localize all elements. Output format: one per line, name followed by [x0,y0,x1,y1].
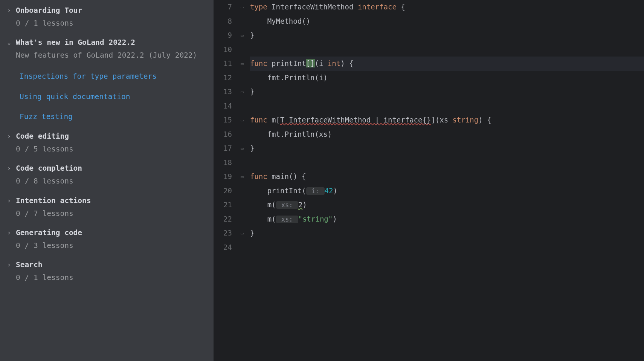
chevron-right-icon[interactable]: › [6,163,12,174]
chevron-right-icon[interactable]: › [6,260,12,270]
code-line[interactable] [250,43,644,57]
lesson-section[interactable]: ›Search0 / 1 lessons [6,260,208,283]
section-subtitle: New features of GoLand 2022.2 (July 2022… [16,49,208,61]
token-func-name: main [272,172,289,180]
line-number[interactable]: 15 [223,113,232,127]
token-type-name: InterfaceWithMethod [272,3,358,11]
lesson-section[interactable]: ›Generating code0 / 3 lessons [6,228,208,251]
token-ident: ](xs [431,116,452,124]
chevron-right-icon[interactable]: › [6,5,12,16]
token-kw: func [250,172,272,180]
line-number[interactable]: 12 [223,71,232,85]
section-title: What's new in GoLand 2022.2 [16,37,208,48]
section-subtitle: 0 / 1 lessons [16,17,208,29]
code-line[interactable]: MyMethod() [250,14,644,29]
line-number[interactable]: 16 [223,127,232,142]
fold-open-icon[interactable]: ▭ [240,170,245,184]
fold-open-icon[interactable]: ▭ [240,0,245,14]
code-line[interactable]: func main() { [250,170,644,184]
line-number[interactable]: 8 [223,14,232,29]
lesson-section-header[interactable]: ⌄What's new in GoLand 2022.2New features… [6,37,208,61]
lesson-section[interactable]: ›Onboarding Tour0 / 1 lessons [6,5,208,29]
token-func-name: printInt [272,59,306,67]
line-number[interactable]: 18 [223,156,232,170]
lesson-section[interactable]: ›Code editing0 / 5 lessons [6,131,208,155]
chevron-right-icon[interactable]: › [6,228,12,238]
code-line[interactable]: m( xs: 2) [250,198,644,212]
token-ident: (i [315,59,328,67]
lesson-section-header[interactable]: ›Code completion0 / 8 lessons [6,163,208,187]
code-area[interactable]: type InterfaceWithMethod interface { MyM… [247,0,644,361]
line-number[interactable]: 20 [223,184,232,198]
line-number[interactable]: 19▶ [223,170,232,184]
fold-close-icon[interactable]: ▭ [240,226,245,240]
fold-close-icon[interactable]: ▭ [240,85,245,99]
section-title: Intention actions [16,196,208,206]
lesson-link[interactable]: Fuzz testing [20,111,208,122]
token-kw: int [328,59,340,67]
line-number[interactable]: 10 [223,43,232,57]
code-line[interactable]: func printInt[](i int) { [250,57,644,71]
code-line[interactable]: type InterfaceWithMethod interface { [250,0,644,14]
chevron-down-icon[interactable]: ⌄ [6,37,12,48]
line-number[interactable]: 17 [223,141,232,156]
line-number[interactable]: 23 [223,226,232,240]
section-subtitle: 0 / 8 lessons [16,175,208,187]
line-number[interactable]: 21 [223,198,232,212]
code-line[interactable]: m( xs: "string") [250,212,644,226]
line-number[interactable]: 9 [223,28,232,43]
line-number[interactable]: 22 [223,212,232,226]
code-line[interactable]: } [250,28,644,43]
token-sel-bracket: [ [306,59,310,67]
code-line[interactable]: } [250,141,644,156]
lesson-section-header[interactable]: ›Generating code0 / 3 lessons [6,228,208,251]
lesson-section-header[interactable]: ›Intention actions0 / 7 lessons [6,196,208,219]
token-ident: () [289,172,302,180]
line-number[interactable]: 24 [223,240,232,255]
lesson-section-header[interactable]: ›Onboarding Tour0 / 1 lessons [6,5,208,29]
lesson-section-header[interactable]: ›Code editing0 / 5 lessons [6,131,208,155]
fold-column: ▭▭▭▭▭▭▭▭ [239,0,247,361]
code-line[interactable]: } [250,85,644,99]
code-line[interactable]: } [250,226,644,240]
code-line[interactable]: func m[T InterfaceWithMethod | interface… [250,113,644,127]
code-line[interactable] [250,240,644,255]
token-num: 42 [325,187,333,195]
code-line[interactable]: fmt.Println(i) [250,71,644,85]
code-line[interactable]: fmt.Println(xs) [250,127,644,142]
token-kw: func [250,59,272,67]
chevron-right-icon[interactable]: › [6,131,12,142]
token-curly: } [250,144,254,152]
line-number[interactable]: 11 [223,57,232,71]
fold-open-icon[interactable]: ▭ [240,113,245,127]
line-number[interactable]: 14 [223,99,232,113]
lesson-link[interactable]: Using quick documentation [20,91,208,102]
code-line[interactable] [250,156,644,170]
line-number[interactable]: 7 [223,0,232,14]
lesson-section[interactable]: ⌄What's new in GoLand 2022.2New features… [6,37,208,122]
token-hint: i: [306,187,325,195]
chevron-right-icon[interactable]: › [6,196,12,206]
token-ident: fmt.Println(i) [250,73,328,82]
fold-close-icon[interactable]: ▭ [240,28,245,43]
section-subtitle: 0 / 1 lessons [16,272,208,283]
lesson-link[interactable]: Inspections for type parameters [20,71,208,82]
token-ident: m( [250,215,276,223]
code-line[interactable] [250,99,644,113]
token-kw: type [250,3,272,11]
token-ident: ) [333,187,337,195]
lesson-section-header[interactable]: ›Search0 / 1 lessons [6,260,208,283]
fold-open-icon[interactable]: ▭ [240,57,245,71]
line-number[interactable]: 13 [223,85,232,99]
section-title: Generating code [16,228,208,238]
token-kw: func [250,116,272,124]
token-curly: { [401,3,405,11]
lesson-section[interactable]: ›Code completion0 / 8 lessons [6,163,208,187]
token-ident: MyMethod() [250,17,310,25]
section-subtitle: 0 / 5 lessons [16,143,208,155]
section-title: Onboarding Tour [16,5,208,16]
fold-close-icon[interactable]: ▭ [240,141,245,156]
code-line[interactable]: printInt( i: 42) [250,184,644,198]
lesson-section[interactable]: ›Intention actions0 / 7 lessons [6,196,208,219]
code-editor[interactable]: 78910111213141516171819▶2021222324 ▭▭▭▭▭… [214,0,644,361]
